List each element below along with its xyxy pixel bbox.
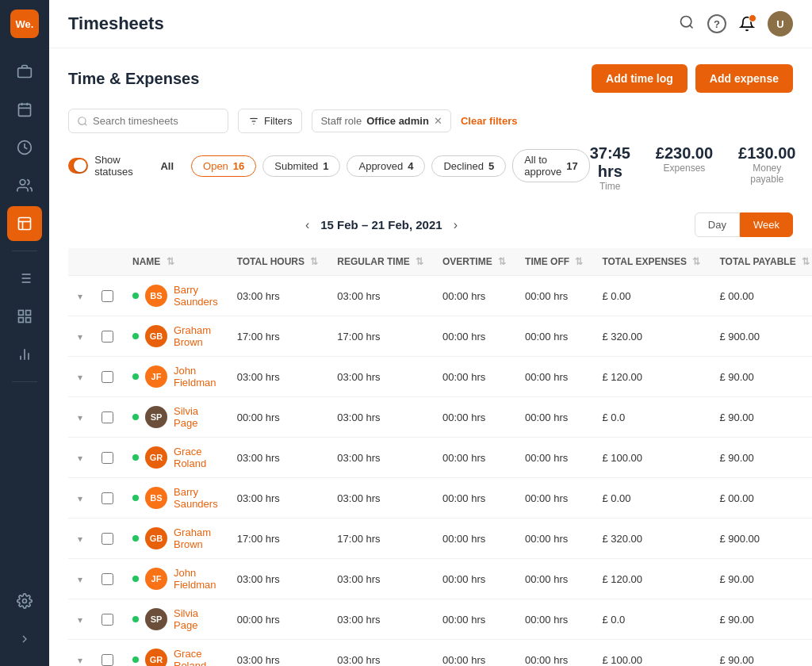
search-icon[interactable] bbox=[679, 14, 695, 34]
sidebar-item-clock[interactable] bbox=[7, 130, 42, 165]
tab-declined[interactable]: Declined 5 bbox=[431, 155, 506, 177]
row-checkbox[interactable] bbox=[102, 290, 113, 302]
col-check bbox=[92, 248, 123, 276]
row-expand-cell: ▾ bbox=[68, 276, 92, 316]
show-statuses-toggle[interactable]: Show statuses bbox=[68, 154, 141, 178]
row-name-cell: GR Grace Roland bbox=[123, 640, 228, 667]
tab-open[interactable]: Open 16 bbox=[191, 155, 256, 177]
summary-payable: £130.00 Money payable bbox=[738, 144, 795, 192]
help-icon[interactable]: ? bbox=[707, 14, 726, 33]
toggle-label: Show statuses bbox=[94, 154, 141, 178]
tab-open-count: 16 bbox=[233, 160, 244, 172]
employee-name[interactable]: Silvia Page bbox=[174, 607, 218, 631]
row-checkbox[interactable] bbox=[102, 371, 113, 383]
day-view-button[interactable]: Day bbox=[695, 212, 740, 237]
expand-row-icon[interactable]: ▾ bbox=[78, 291, 82, 302]
name-sort-icon[interactable]: ⇅ bbox=[167, 256, 174, 267]
table-row: ▾ GR Grace Roland 03:00 hrs 03:00 hrs 00… bbox=[68, 640, 812, 667]
sidebar-item-timesheets[interactable] bbox=[7, 206, 42, 241]
notification-icon[interactable] bbox=[739, 16, 755, 32]
row-checkbox[interactable] bbox=[102, 533, 113, 545]
tab-approved[interactable]: Approved 4 bbox=[347, 155, 425, 177]
employee-name[interactable]: Barry Saunders bbox=[174, 486, 218, 510]
row-regular-time: 03:00 hrs bbox=[327, 599, 433, 640]
total-hours-sort-icon[interactable]: ⇅ bbox=[310, 256, 318, 267]
prev-date-button[interactable]: ‹ bbox=[302, 218, 312, 232]
search-box[interactable] bbox=[68, 109, 228, 133]
week-view-button[interactable]: Week bbox=[740, 212, 793, 237]
row-total-expenses: £ 120.00 bbox=[592, 357, 710, 397]
employee-name[interactable]: John Fieldman bbox=[174, 567, 218, 591]
regular-time-sort-icon[interactable]: ⇅ bbox=[416, 256, 423, 267]
summary-payable-value: £130.00 bbox=[738, 144, 795, 163]
employee-name[interactable]: Graham Brown bbox=[174, 526, 218, 550]
row-total-hours: 03:00 hrs bbox=[228, 357, 328, 397]
sidebar-item-briefcase[interactable] bbox=[7, 54, 42, 89]
expand-row-icon[interactable]: ▾ bbox=[78, 331, 82, 343]
employee-name[interactable]: Graham Brown bbox=[174, 324, 218, 348]
staff-role-value: Office admin bbox=[366, 115, 429, 127]
add-expense-button[interactable]: Add expense bbox=[695, 64, 793, 93]
svg-rect-17 bbox=[26, 311, 31, 316]
filters-button[interactable]: Filters bbox=[238, 109, 302, 133]
tab-all-to-approve-label: All to approve bbox=[524, 154, 561, 178]
sidebar-item-users[interactable] bbox=[7, 168, 42, 203]
total-payable-sort-icon[interactable]: ⇅ bbox=[802, 256, 810, 267]
employee-name[interactable]: John Fieldman bbox=[174, 365, 218, 388]
clear-filters-button[interactable]: Clear filters bbox=[461, 115, 518, 127]
row-check-cell bbox=[92, 599, 123, 640]
row-expand-cell: ▾ bbox=[68, 519, 92, 559]
row-checkbox[interactable] bbox=[102, 573, 113, 585]
status-dot bbox=[132, 414, 139, 420]
expand-row-icon[interactable]: ▾ bbox=[78, 453, 82, 464]
sidebar-item-settings[interactable] bbox=[7, 584, 42, 618]
col-overtime: OVERTIME ⇅ bbox=[433, 248, 515, 276]
date-range-label: 15 Feb – 21 Feb, 2021 bbox=[320, 218, 442, 232]
app-logo[interactable]: We. bbox=[10, 10, 39, 38]
employee-name[interactable]: Barry Saunders bbox=[174, 284, 218, 308]
total-expenses-sort-icon[interactable]: ⇅ bbox=[692, 256, 700, 267]
row-checkbox[interactable] bbox=[102, 331, 113, 343]
row-check-cell bbox=[92, 397, 123, 438]
sidebar-collapse-arrow[interactable] bbox=[7, 622, 42, 656]
sidebar-item-list[interactable] bbox=[7, 261, 42, 296]
next-date-button[interactable]: › bbox=[450, 218, 461, 232]
employee-name[interactable]: Silvia Page bbox=[174, 405, 218, 429]
tab-approved-count: 4 bbox=[408, 160, 413, 172]
overtime-sort-icon[interactable]: ⇅ bbox=[498, 256, 506, 267]
time-off-sort-icon[interactable]: ⇅ bbox=[575, 256, 583, 267]
col-total-expenses: TOTAL EXPENSES ⇅ bbox=[592, 248, 710, 276]
row-checkbox[interactable] bbox=[102, 411, 113, 423]
expand-row-icon[interactable]: ▾ bbox=[78, 412, 82, 423]
row-overtime: 00:00 hrs bbox=[433, 640, 515, 667]
user-avatar[interactable]: U bbox=[768, 11, 793, 36]
sidebar-divider-2 bbox=[12, 381, 37, 382]
tab-all-to-approve[interactable]: All to approve 17 bbox=[512, 149, 589, 182]
tab-all[interactable]: All bbox=[149, 156, 185, 176]
expand-row-icon[interactable]: ▾ bbox=[78, 534, 82, 545]
remove-filter-icon[interactable]: ✕ bbox=[434, 115, 442, 127]
tab-submitted[interactable]: Submited 1 bbox=[262, 155, 340, 177]
row-time-off: 00:00 hrs bbox=[515, 519, 592, 559]
sidebar-item-grid[interactable] bbox=[7, 299, 42, 334]
sidebar-item-calendar[interactable] bbox=[7, 92, 42, 127]
row-total-payable: £ 90.00 bbox=[710, 559, 812, 599]
expand-row-icon[interactable]: ▾ bbox=[78, 372, 82, 383]
row-checkbox[interactable] bbox=[102, 492, 113, 504]
row-checkbox[interactable] bbox=[102, 452, 113, 464]
col-total-payable: TOTAL PAYABLE ⇅ bbox=[710, 248, 812, 276]
tab-approved-label: Approved bbox=[358, 160, 403, 172]
expand-row-icon[interactable]: ▾ bbox=[78, 493, 82, 504]
row-checkbox[interactable] bbox=[102, 654, 113, 666]
employee-name[interactable]: Grace Roland bbox=[174, 648, 218, 666]
expand-row-icon[interactable]: ▾ bbox=[78, 574, 82, 585]
row-check-cell bbox=[92, 276, 123, 316]
expand-row-icon[interactable]: ▾ bbox=[78, 655, 82, 666]
expand-row-icon[interactable]: ▾ bbox=[78, 614, 82, 626]
search-input[interactable] bbox=[93, 115, 220, 127]
add-time-log-button[interactable]: Add time log bbox=[592, 64, 688, 93]
employee-name[interactable]: Grace Roland bbox=[174, 446, 218, 469]
row-regular-time: 17:00 hrs bbox=[327, 316, 433, 357]
row-checkbox[interactable] bbox=[102, 614, 113, 626]
sidebar-item-chart[interactable] bbox=[7, 337, 42, 372]
